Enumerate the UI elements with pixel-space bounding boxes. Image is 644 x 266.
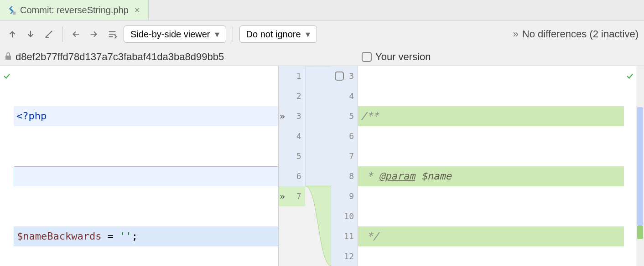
- center-gutters: 1 2 »3 4 5 6 »7 3 4 5 6 7 8 9 10 11 12: [278, 66, 358, 266]
- right-version-label: Your version: [375, 51, 431, 63]
- gutter-cell: »3: [279, 106, 305, 126]
- vertical-scrollbar[interactable]: [636, 66, 644, 266]
- left-line-gutter: 1 2 »3 4 5 6 »7: [279, 66, 305, 266]
- gutter-cell: 4: [331, 86, 358, 106]
- tab-commit[interactable]: Commit: reverseString.php ✕: [0, 0, 149, 20]
- left-marker-gutter: [0, 66, 14, 266]
- gutter-cell: »7: [279, 186, 305, 206]
- more-icon[interactable]: »: [513, 28, 519, 40]
- left-pane: <?php $nameBackwards = ''; for ($i = 0; …: [0, 66, 278, 266]
- separator: [62, 26, 62, 42]
- scrollbar-thumb[interactable]: [637, 107, 643, 225]
- tab-title: Commit: reverseString.php: [20, 5, 129, 15]
- prev-diff-button[interactable]: [5, 27, 19, 41]
- code-line: [14, 166, 278, 186]
- middle-connector: [305, 66, 332, 266]
- diff-arrows-icon: [6, 5, 16, 15]
- gutter-cell: 3: [331, 66, 358, 86]
- code-line: <?php: [14, 106, 278, 126]
- ignore-select[interactable]: Do not ignore ▾: [239, 26, 317, 43]
- ignore-select-label: Do not ignore: [246, 29, 301, 40]
- right-code[interactable]: /** * @param $name */ function reverseSt…: [358, 66, 624, 266]
- code-line: */: [358, 226, 624, 246]
- code-line: /**: [358, 106, 624, 126]
- right-pane: /** * @param $name */ function reverseSt…: [358, 66, 644, 266]
- close-icon[interactable]: ✕: [132, 6, 142, 15]
- gutter-cell: 10: [331, 206, 358, 226]
- gutter-cell: 4: [279, 126, 305, 146]
- gutter-cell: 7: [331, 146, 358, 166]
- readonly-checkbox[interactable]: [362, 52, 372, 62]
- gutter-cell: 5: [331, 106, 358, 126]
- apply-right-icon[interactable]: »: [280, 186, 285, 206]
- diff-header: d8ef2b77ffd78d137a7c3fabaf41da3ba8d99bb5…: [0, 48, 644, 66]
- gutter-cell: 6: [279, 166, 305, 186]
- separator: [233, 26, 233, 42]
- chevron-down-icon: ▾: [306, 29, 310, 40]
- edit-icon[interactable]: [42, 27, 56, 41]
- gutter-cell: 9: [331, 186, 358, 206]
- toolbar: Side-by-side viewer ▾ Do not ignore ▾ » …: [0, 20, 644, 48]
- svg-rect-1: [5, 56, 11, 60]
- tab-bar: Commit: reverseString.php ✕: [0, 0, 644, 20]
- back-button[interactable]: [69, 27, 83, 41]
- apply-right-icon[interactable]: »: [280, 106, 285, 126]
- gutter-cell: 2: [279, 86, 305, 106]
- left-code[interactable]: <?php $nameBackwards = ''; for ($i = 0; …: [14, 66, 278, 266]
- viewer-select-label: Side-by-side viewer: [130, 29, 210, 40]
- list-icon[interactable]: [105, 27, 119, 41]
- forward-button[interactable]: [87, 27, 101, 41]
- gutter-cell: 12: [331, 246, 358, 266]
- commit-hash: d8ef2b77ffd78d137a7c3fabaf41da3ba8d99bb5: [16, 51, 224, 63]
- code-line: * @param $name: [358, 166, 624, 186]
- status-bar: » No differences (2 inactive): [513, 28, 639, 40]
- chevron-down-icon: ▾: [215, 29, 219, 40]
- lock-icon: [5, 51, 12, 63]
- gutter-cell: 1: [279, 66, 305, 86]
- diff-area: <?php $nameBackwards = ''; for ($i = 0; …: [0, 66, 644, 266]
- line-checkbox[interactable]: [335, 72, 344, 81]
- gutter-cell: 8: [331, 166, 358, 186]
- check-icon: [3, 72, 11, 80]
- gutter-cell: 11: [331, 226, 358, 246]
- next-diff-button[interactable]: [24, 27, 37, 41]
- gutter-cell: 6: [331, 126, 358, 146]
- svg-rect-0: [13, 12, 16, 15]
- scrollbar-marker: [637, 225, 643, 239]
- right-line-gutter: 3 4 5 6 7 8 9 10 11 12: [331, 66, 358, 266]
- code-line: $nameBackwards = '';: [14, 226, 278, 246]
- viewer-select[interactable]: Side-by-side viewer ▾: [124, 26, 226, 43]
- right-marker-gutter: [624, 66, 636, 266]
- gutter-cell: 5: [279, 146, 305, 166]
- check-icon: [626, 72, 634, 80]
- status-text: No differences (2 inactive): [522, 28, 639, 40]
